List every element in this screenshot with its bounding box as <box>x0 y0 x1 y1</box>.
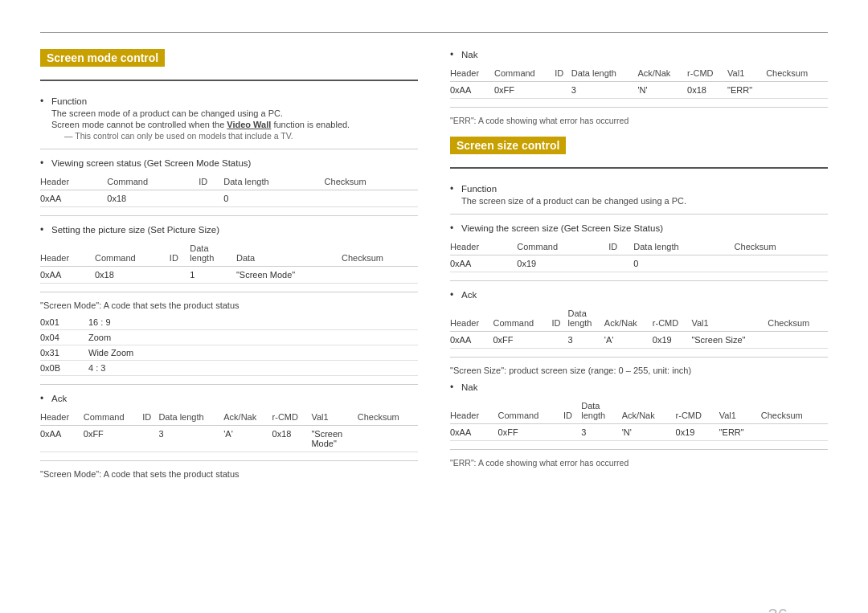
td6-val1: "ERR" <box>719 424 761 441</box>
page-layout: Screen mode control Function The screen … <box>40 49 828 479</box>
divider5 <box>40 460 418 461</box>
table4: Header Command ID Data length Checksum 0… <box>450 239 828 272</box>
td4-id <box>608 255 633 272</box>
td3-header: 0xAA <box>40 426 84 452</box>
td-nak-header: 0xAA <box>450 82 494 99</box>
td6-command: 0xFF <box>498 424 563 441</box>
td-nak-checksum <box>766 82 828 99</box>
table1: Header Command ID Data length Checksum 0… <box>40 174 418 207</box>
th3-val1: Val1 <box>311 409 357 426</box>
th-datalength1: Data length <box>223 174 324 190</box>
right-nak-label2: Nak <box>461 382 477 392</box>
right-function-bullet: Function The screen size of a product ca… <box>450 183 828 206</box>
divider8 <box>450 280 828 281</box>
th-header1: Header <box>40 174 107 190</box>
td6-datalength: 3 <box>581 424 622 441</box>
th5-checksum: Checksum <box>768 305 828 332</box>
td-id1 <box>199 190 223 207</box>
td-nak-datalength: 3 <box>571 82 638 99</box>
screen-mode-label2: "Screen Mode": A code that sets the prod… <box>40 469 418 479</box>
th6-acknak: Ack/Nak <box>622 398 676 424</box>
screen-size-note: "Screen Size": product screen size (rang… <box>450 366 828 375</box>
td3-datalength: 3 <box>158 426 223 452</box>
code-0x04: 0x04 <box>40 330 88 345</box>
td-checksum1 <box>325 190 418 207</box>
th4-checksum: Checksum <box>735 239 828 255</box>
setting-bullet: Setting the picture size (Set Picture Si… <box>40 224 418 235</box>
th3-rcmd: r-CMD <box>272 409 312 426</box>
td5-rcmd: 0x19 <box>653 332 692 349</box>
code-0x31: 0x31 <box>40 345 88 361</box>
table2: Header Command ID Datalength Data Checks… <box>40 240 418 284</box>
th-id1: ID <box>199 174 223 190</box>
th4-id: ID <box>608 239 633 255</box>
td6-checksum <box>761 424 828 441</box>
divider6 <box>450 107 828 108</box>
th3-header: Header <box>40 409 84 426</box>
function-desc1: The screen mode of a product can be chan… <box>51 108 418 118</box>
td-nak-command: 0xFF <box>494 82 555 99</box>
th3-datalength: Data length <box>158 409 223 426</box>
th-nak-acknak: Ack/Nak <box>637 65 687 82</box>
divider7 <box>450 214 828 215</box>
left-column: Screen mode control Function The screen … <box>40 49 418 479</box>
td5-header: 0xAA <box>450 332 493 349</box>
table-row: 0xAA 0x19 0 <box>450 255 828 272</box>
left-section-title: Screen mode control <box>40 49 165 67</box>
divider4 <box>40 384 418 385</box>
th6-id: ID <box>563 398 581 424</box>
code-0x01: 0x01 <box>40 315 88 330</box>
td-nak-acknak: 'N' <box>637 82 687 99</box>
table-row: 0x31 Wide Zoom <box>40 345 418 361</box>
function-note: This control can only be used on models … <box>51 131 418 141</box>
right-viewing-bullet: Viewing the screen size (Get Screen Size… <box>450 223 828 234</box>
th-nak-command: Command <box>494 65 555 82</box>
th2-checksum: Checksum <box>342 240 418 267</box>
td5-id <box>552 332 568 349</box>
td2-data: "Screen Mode" <box>236 267 342 284</box>
page-wrapper: Screen mode control Function The screen … <box>40 32 828 613</box>
th-nak-rcmd: r-CMD <box>687 65 727 82</box>
th2-header: Header <box>40 240 95 267</box>
th5-header: Header <box>450 305 493 332</box>
th2-data: Data <box>236 240 342 267</box>
td3-acknak: 'A' <box>223 426 272 452</box>
table-row: 0xAA 0xFF 3 'A' 0x19 "Screen Size" <box>450 332 828 349</box>
viewing-bullet: Viewing screen status (Get Screen Mode S… <box>40 157 418 169</box>
table6: Header Command ID Datalength Ack/Nak r-C… <box>450 398 828 441</box>
nak-bullet-top: Nak <box>450 49 828 60</box>
value-zoom: Zoom <box>88 330 418 345</box>
err-note2: "ERR": A code showing what error has occ… <box>450 458 828 468</box>
th2-datalength: Datalength <box>190 240 236 267</box>
th5-acknak: Ack/Nak <box>604 305 653 332</box>
table-row: 0xAA 0xFF 3 'N' 0x19 "ERR" <box>450 424 828 441</box>
td4-command: 0x19 <box>517 255 608 272</box>
td3-val1: "ScreenMode" <box>311 426 357 452</box>
td-nak-id <box>555 82 571 99</box>
th2-id: ID <box>170 240 190 267</box>
function-bullet: Function The screen mode of a product ca… <box>40 96 418 141</box>
function-desc2: Screen mode cannot be controlled when th… <box>51 120 418 129</box>
setting-label: Setting the picture size (Set Picture Si… <box>51 225 219 235</box>
right-nak-bullet: Nak <box>450 382 828 393</box>
td2-header: 0xAA <box>40 267 95 284</box>
function-label: Function <box>51 96 87 106</box>
td6-header: 0xAA <box>450 424 498 441</box>
th-checksum1: Checksum <box>325 174 418 190</box>
td5-val1: "Screen Size" <box>691 332 768 349</box>
table-row: 0x01 16 : 9 <box>40 315 418 330</box>
th6-datalength: Datalength <box>581 398 622 424</box>
err-note1: "ERR": A code showing what error has occ… <box>450 116 828 125</box>
td4-header: 0xAA <box>450 255 517 272</box>
value-169: 16 : 9 <box>88 315 418 330</box>
th5-rcmd: r-CMD <box>653 305 692 332</box>
th6-val1: Val1 <box>719 398 761 424</box>
td6-acknak: 'N' <box>622 424 676 441</box>
td6-rcmd: 0x19 <box>676 424 719 441</box>
right-top-line <box>450 167 828 169</box>
screen-mode-label: "Screen Mode": A code that sets the prod… <box>40 300 418 310</box>
th4-command: Command <box>517 239 608 255</box>
value-43: 4 : 3 <box>88 361 418 376</box>
right-ack-bullet: Ack <box>450 289 828 300</box>
th3-command: Command <box>84 409 142 426</box>
